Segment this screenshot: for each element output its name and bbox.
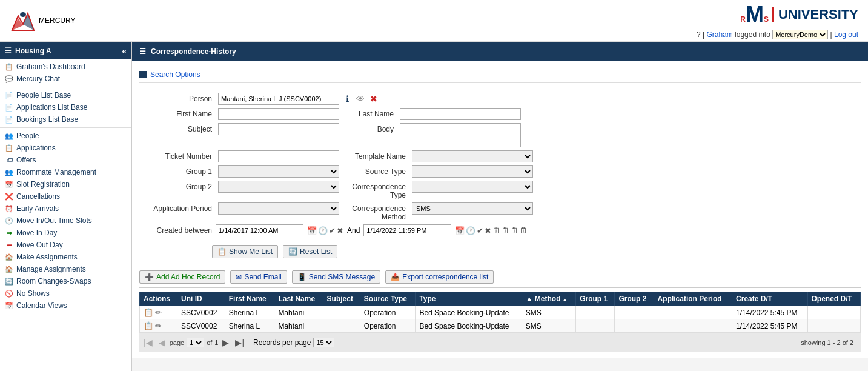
subject-input[interactable] [218,123,339,135]
sidebar-item-people-list-base[interactable]: 📄 People List Base [0,89,131,101]
check-to-icon[interactable]: ✔ [477,226,483,235]
page-select[interactable]: 1 [187,338,204,347]
col-group1[interactable]: Group 1 [576,292,615,306]
correspondence-method-select[interactable]: SMS All [412,202,533,215]
group1-select[interactable] [218,165,339,178]
col-create-dt[interactable]: Create D/T [732,292,807,306]
col-opened-dt[interactable]: Opened D/T [807,292,860,306]
sidebar-item-applications-list-base[interactable]: 📄 Applications List Base [0,101,131,113]
col-actions: Actions [140,292,177,306]
records-per-page-select[interactable]: 15 25 50 [313,338,334,347]
sidebar-collapse-button[interactable]: « [122,46,127,56]
col-group2[interactable]: Group 2 [615,292,654,306]
logout-link[interactable]: Log out [834,30,858,39]
sms-icon: 📱 [297,273,306,281]
sidebar-item-move-out-day[interactable]: ⬅ Move Out Day [0,239,131,251]
person-view-button[interactable]: 👁 [355,93,366,104]
sidebar-item-offers[interactable]: 🏷 Offers [0,154,131,166]
copy-icon[interactable]: 📋 [144,308,153,317]
sidebar-item-early-arrivals[interactable]: ⏰ Early Arrivals [0,202,131,215]
template-name-select[interactable] [412,150,533,162]
last-page-button[interactable]: ▶| [233,337,246,348]
search-options-link[interactable]: Search Options [150,70,200,79]
user-link[interactable]: Graham [706,30,732,39]
cal-extra-2[interactable]: 🗓 [502,226,509,235]
sidebar-item-calendar-views[interactable]: 📅 Calendar Views [0,299,131,312]
sidebar-item-label: Make Assignments [16,253,78,261]
last-name-label: Last Name [345,108,394,118]
date-from-input[interactable] [216,224,303,236]
cal-extra-4[interactable]: 🗓 [520,226,528,235]
sidebar-item-bookings-list-base[interactable]: 📄 Bookings List Base [0,113,131,125]
group2-corrtype-row: Group 2 Correspondence Type [139,181,861,199]
export-button[interactable]: 📤 Export correspondence list [385,270,494,284]
source-type-select[interactable] [412,165,533,178]
col-source-type[interactable]: Source Type [360,292,416,306]
col-type[interactable]: Type [416,292,522,306]
next-page-button[interactable]: ▶ [220,337,231,348]
person-clear-button[interactable]: ✖ [368,93,379,104]
clear-to-icon[interactable]: ✖ [485,226,491,235]
sidebar-header: ☰ Housing A « [0,42,131,59]
prev-page-button[interactable]: ◀ [157,337,167,348]
sidebar-item-room-changes-swaps[interactable]: 🔄 Room Changes-Swaps [0,275,131,287]
person-input[interactable] [218,93,339,105]
sidebar-item-slot-registration[interactable]: 📅 Slot Registration [0,178,131,190]
university-text: UNIVERSITY [772,7,858,22]
calendar-from-icon[interactable]: 📅 [307,226,317,235]
last-name-input[interactable] [400,108,521,120]
col-uni-id[interactable]: Uni ID [177,292,225,306]
cell-opened-dt [807,306,860,319]
first-page-button[interactable]: |◀ [142,337,154,348]
sidebar-item-grahams-dashboard[interactable]: 📋 Graham's Dashboard [0,61,131,73]
col-first-name[interactable]: First Name [225,292,274,306]
group1-source-row: Group 1 Source Type [139,165,861,178]
sidebar-item-applications[interactable]: 📋 Applications [0,142,131,154]
cell-last-name: Mahtani [274,306,323,319]
clock-to-icon[interactable]: 🕐 [466,226,475,235]
person-info-button[interactable]: ℹ [342,93,353,104]
correspondence-type-select[interactable] [412,181,533,193]
page-label: page [170,339,184,346]
first-name-input[interactable] [218,108,339,120]
sidebar-item-make-assignments[interactable]: 🏠 Make Assignments [0,251,131,263]
send-email-button[interactable]: ✉ Send Email [230,270,287,284]
add-ad-hoc-button[interactable]: ➕ Add Ad Hoc Record [139,270,225,284]
list-icon: 📄 [5,103,13,112]
demo-select[interactable]: MercuryDemo [772,30,828,39]
sidebar-item-roommate-management[interactable]: 👥 Roommate Management [0,166,131,178]
sidebar-item-move-in-out-time-slots[interactable]: 🕐 Move In/Out Time Slots [0,215,131,227]
sidebar-item-people[interactable]: 👥 People [0,130,131,142]
ticket-number-input[interactable] [218,150,339,162]
header-menu-icon: ☰ [139,47,146,56]
cal-extra-1[interactable]: 🗓 [492,226,500,235]
appperiod-corrmethod-row: Application Period Correspondence Method… [139,202,861,221]
col-method[interactable]: ▲ Method [522,292,576,306]
col-subject[interactable]: Subject [323,292,360,306]
send-sms-button[interactable]: 📱 Send SMS Message [292,270,380,284]
sidebar-item-no-shows[interactable]: 🚫 No Shows [0,287,131,299]
help-icon[interactable]: ? [697,30,701,39]
col-last-name[interactable]: Last Name [274,292,323,306]
show-me-list-button[interactable]: 📋 Show Me List [212,245,278,258]
col-application-period[interactable]: Application Period [654,292,732,306]
application-period-select[interactable] [218,202,339,215]
check-from-icon[interactable]: ✔ [329,226,336,235]
sidebar-item-manage-assignments[interactable]: 🏠 Manage Assignments [0,263,131,275]
cal-extra-3[interactable]: 🗓 [511,226,518,235]
sidebar-item-mercury-chat[interactable]: 💬 Mercury Chat [0,73,131,85]
main-layout: ☰ Housing A « 📋 Graham's Dashboard 💬 Mer… [0,42,868,371]
sidebar-item-cancellations[interactable]: ❌ Cancellations [0,190,131,202]
date-to-input[interactable] [363,224,451,236]
sidebar-item-move-in-day[interactable]: ➡ Move In Day [0,227,131,239]
edit-icon[interactable]: ✏ [155,308,162,317]
copy-icon[interactable]: 📋 [144,321,153,330]
clear-from-icon[interactable]: ✖ [337,226,343,235]
group2-select[interactable] [218,181,339,193]
cell-application-period [654,306,732,319]
calendar-to-icon[interactable]: 📅 [455,226,465,235]
edit-icon[interactable]: ✏ [155,321,162,330]
body-textarea[interactable] [400,123,521,147]
reset-list-button[interactable]: 🔄 Reset List [283,245,337,258]
clock-from-icon[interactable]: 🕐 [318,226,328,235]
